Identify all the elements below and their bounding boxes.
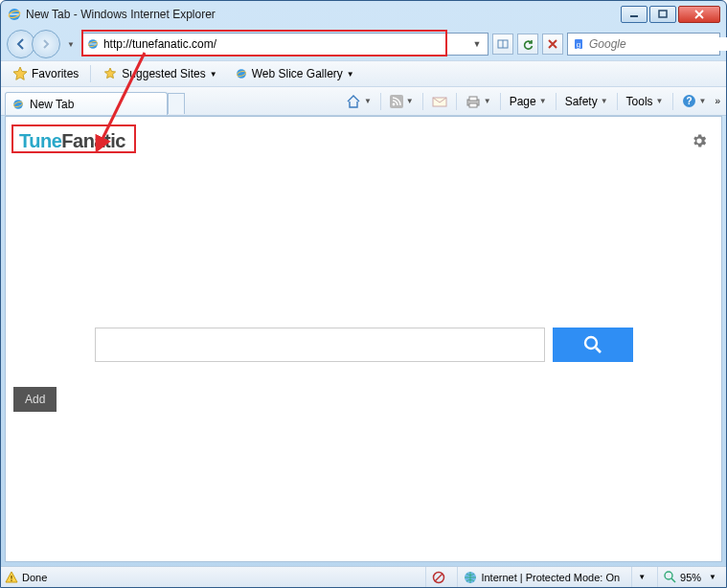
stop-button[interactable] — [542, 34, 563, 55]
forward-button[interactable] — [32, 30, 60, 58]
zoom-icon — [664, 571, 676, 583]
status-text: Done — [22, 572, 47, 583]
star-plus-icon — [102, 66, 118, 81]
ie-page-icon — [11, 98, 25, 111]
svg-line-23 — [596, 348, 601, 352]
read-mail-button[interactable] — [427, 93, 452, 110]
browser-search-input[interactable] — [589, 37, 727, 51]
svg-point-10 — [237, 69, 246, 79]
popup-blocked-icon[interactable] — [425, 567, 451, 587]
home-button[interactable]: ▼ — [341, 92, 376, 111]
svg-point-15 — [392, 102, 395, 105]
add-button[interactable]: Add — [13, 387, 57, 412]
svg-rect-3 — [659, 11, 667, 17]
page-content: TuneFanatic Add — [5, 116, 722, 562]
google-icon: g — [572, 37, 585, 51]
svg-point-22 — [585, 337, 597, 349]
svg-line-27 — [435, 574, 443, 581]
feeds-button[interactable]: ▼ — [385, 93, 419, 110]
zoom-value: 95% — [680, 572, 701, 583]
logo-tune: Tune — [19, 130, 61, 151]
window-title: New Tab - Windows Internet Explorer — [26, 8, 216, 21]
svg-line-30 — [671, 578, 675, 582]
ie-window: New Tab - Windows Internet Explorer ▼ ▼ … — [0, 0, 727, 588]
address-dropdown-icon[interactable]: ▼ — [470, 39, 484, 49]
titlebar: New Tab - Windows Internet Explorer — [1, 1, 726, 28]
compat-view-button[interactable] — [492, 34, 513, 55]
site-search-button[interactable] — [553, 328, 633, 362]
refresh-button[interactable] — [517, 34, 538, 55]
favorites-label: Favorites — [32, 67, 79, 80]
print-button[interactable]: ▼ — [461, 93, 496, 110]
chevron-down-icon: ▼ — [347, 70, 354, 79]
suggested-sites-button[interactable]: Suggested Sites ▼ — [97, 64, 222, 83]
globe-icon — [464, 571, 477, 584]
favorites-bar: Favorites Suggested Sites ▼ Web Slice Ga… — [1, 60, 726, 87]
new-tab-button[interactable] — [168, 93, 185, 114]
svg-text:g: g — [577, 40, 580, 49]
svg-rect-7 — [503, 40, 504, 48]
svg-rect-25 — [11, 579, 11, 580]
search-icon — [582, 334, 603, 355]
command-bar: ▼ ▼ ▼ Page▼ Safety▼ Tools▼ ?▼ » — [341, 92, 722, 111]
zoom-control[interactable]: 95% ▼ — [657, 567, 722, 587]
help-button[interactable]: ?▼ — [677, 92, 712, 110]
zone-label: Internet | Protected Mode: On — [481, 572, 620, 583]
window-controls — [621, 6, 720, 23]
minimize-button[interactable] — [621, 6, 647, 23]
svg-point-29 — [665, 572, 672, 579]
star-icon — [12, 66, 28, 81]
logo-fanatic: Fanatic — [61, 130, 125, 151]
ie-logo-icon — [7, 7, 22, 22]
tab-new-tab[interactable]: New Tab — [5, 92, 168, 115]
address-input[interactable] — [103, 37, 470, 51]
site-logo[interactable]: TuneFanatic — [13, 126, 131, 156]
tab-label: New Tab — [30, 98, 74, 111]
protected-mode-dropdown[interactable]: ▼ — [631, 567, 651, 587]
svg-rect-19 — [469, 103, 477, 107]
maximize-button[interactable] — [649, 6, 676, 23]
security-zone[interactable]: Internet | Protected Mode: On — [457, 567, 625, 587]
suggested-sites-label: Suggested Sites — [122, 67, 205, 80]
tab-row: New Tab ▼ ▼ ▼ Page▼ Safety▼ Tools▼ ?▼ » — [1, 87, 726, 116]
svg-text:?: ? — [686, 96, 692, 106]
chevron-down-icon[interactable]: ▼ — [64, 40, 78, 49]
close-button[interactable] — [678, 6, 720, 23]
settings-button[interactable] — [691, 132, 708, 149]
page-menu[interactable]: Page▼ — [505, 93, 552, 110]
svg-rect-24 — [11, 576, 11, 579]
ie-page-icon — [235, 67, 248, 80]
chevron-down-icon: ▼ — [210, 70, 217, 79]
site-search-input[interactable] — [95, 328, 545, 362]
safety-menu[interactable]: Safety▼ — [560, 93, 613, 110]
navigation-row: ▼ ▼ g ▼ — [1, 28, 726, 60]
status-bar: Done Internet | Protected Mode: On ▼ 95%… — [1, 566, 726, 587]
warning-icon — [5, 571, 18, 584]
browser-search-box[interactable]: g ▼ — [567, 33, 720, 56]
tools-menu[interactable]: Tools▼ — [622, 93, 669, 110]
ie-page-icon — [86, 37, 100, 51]
favorites-button[interactable]: Favorites — [7, 64, 84, 83]
web-slice-label: Web Slice Gallery — [252, 67, 343, 80]
search-area — [6, 328, 721, 362]
address-bar[interactable]: ▼ — [81, 33, 488, 56]
overflow-icon[interactable]: » — [713, 96, 722, 106]
svg-point-12 — [13, 100, 23, 109]
svg-rect-18 — [469, 97, 477, 101]
web-slice-button[interactable]: Web Slice Gallery ▼ — [229, 65, 360, 82]
separator — [90, 65, 91, 82]
